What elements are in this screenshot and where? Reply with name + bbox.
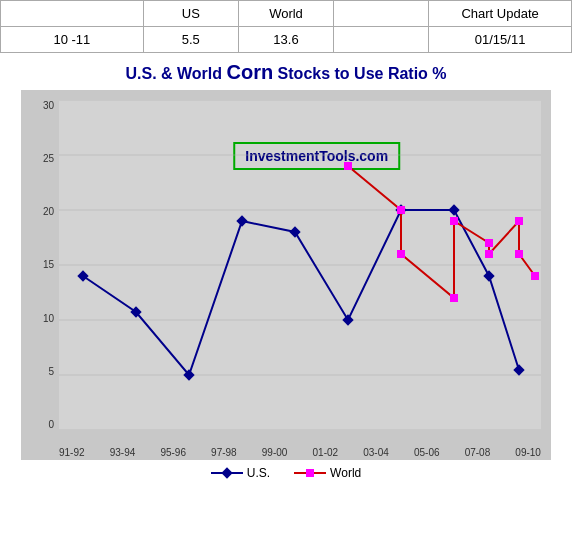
svg-rect-30 bbox=[306, 469, 314, 477]
svg-rect-22 bbox=[485, 239, 493, 247]
svg-rect-11 bbox=[289, 226, 300, 237]
legend-world: World bbox=[294, 466, 361, 480]
svg-rect-21 bbox=[450, 217, 458, 225]
svg-rect-14 bbox=[448, 204, 459, 215]
svg-rect-16 bbox=[513, 364, 524, 375]
chart-area: 30 25 20 15 10 5 0 InvestmentTools.com bbox=[21, 90, 551, 460]
header-world: World bbox=[238, 1, 333, 27]
svg-rect-23 bbox=[485, 250, 493, 258]
header-period: 10 -11 bbox=[1, 27, 144, 53]
chart-inner: InvestmentTools.com bbox=[59, 100, 541, 430]
y-axis: 30 25 20 15 10 5 0 bbox=[21, 100, 57, 430]
svg-rect-20 bbox=[450, 294, 458, 302]
header-us-val: 5.5 bbox=[143, 27, 238, 53]
svg-rect-26 bbox=[531, 272, 539, 280]
svg-rect-24 bbox=[515, 217, 523, 225]
chart-svg bbox=[59, 100, 541, 430]
svg-rect-12 bbox=[342, 314, 353, 325]
header-us: US bbox=[143, 1, 238, 27]
svg-rect-15 bbox=[483, 270, 494, 281]
svg-rect-18 bbox=[397, 206, 405, 214]
legend: U.S. World bbox=[10, 466, 562, 480]
svg-rect-17 bbox=[344, 162, 352, 170]
svg-rect-25 bbox=[515, 250, 523, 258]
legend-world-label: World bbox=[330, 466, 361, 480]
header-date: 01/15/11 bbox=[429, 27, 572, 53]
header-chart-update: Chart Update bbox=[429, 1, 572, 27]
chart-container: U.S. & World Corn Stocks to Use Ratio % … bbox=[0, 53, 572, 488]
svg-rect-7 bbox=[77, 270, 88, 281]
header-world-val: 13.6 bbox=[238, 27, 333, 53]
chart-title: U.S. & World Corn Stocks to Use Ratio % bbox=[10, 61, 562, 84]
svg-rect-10 bbox=[236, 215, 247, 226]
x-axis: 91-92 93-94 95-96 97-98 99-00 01-02 03-0… bbox=[59, 432, 541, 460]
legend-us: U.S. bbox=[211, 466, 270, 480]
svg-rect-28 bbox=[221, 467, 232, 478]
svg-rect-19 bbox=[397, 250, 405, 258]
legend-us-label: U.S. bbox=[247, 466, 270, 480]
